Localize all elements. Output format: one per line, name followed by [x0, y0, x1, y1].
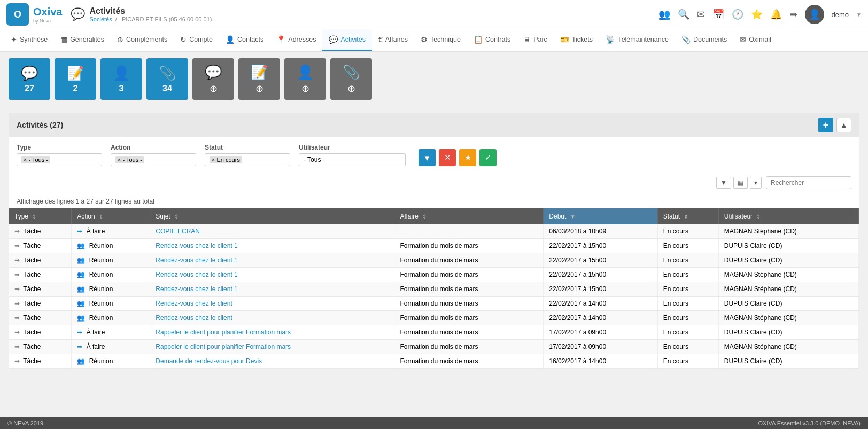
tab-compte[interactable]: ↻ Compte: [174, 29, 219, 51]
col-affaire[interactable]: Affaire ⇕: [394, 208, 544, 224]
cell-sujet[interactable]: Rendez-vous chez le client: [150, 297, 394, 311]
grid-view-btn[interactable]: ▦: [733, 177, 748, 189]
tab-generalites-label: Généralités: [70, 36, 104, 43]
calendar-icon[interactable]: 📅: [712, 9, 724, 20]
tab-parc[interactable]: 🖥 Parc: [517, 29, 554, 51]
cell-action-text: Réunion: [89, 271, 113, 278]
col-sujet[interactable]: Sujet ⇕: [150, 208, 394, 224]
tab-contacts[interactable]: 👤 Contacts: [219, 29, 270, 51]
star-icon[interactable]: ⭐: [751, 9, 763, 20]
filter-action-input[interactable]: × - Tous -: [111, 153, 196, 166]
filter-type-input[interactable]: × - Tous -: [17, 153, 102, 166]
cell-sujet[interactable]: COPIE ECRAN: [150, 224, 394, 239]
cell-utilisateur: MAGNAN Stéphane (CD): [718, 268, 858, 282]
col-action[interactable]: Action ⇕: [72, 208, 150, 224]
cell-type-text: Tâche: [23, 357, 41, 365]
sujet-link[interactable]: Rappeler le client pour planifier Format…: [156, 343, 291, 350]
tab-affaires[interactable]: € Affaires: [372, 29, 414, 51]
cell-affaire: Formation du mois de mars: [394, 340, 544, 354]
generalites-icon: ▦: [60, 35, 67, 44]
btn-clip[interactable]: 📎 34: [146, 58, 188, 100]
more-view-btn[interactable]: ▾: [750, 177, 762, 189]
logo-letter: O: [14, 9, 21, 20]
sujet-link[interactable]: Demande de rendez-vous pour Devis: [156, 357, 262, 365]
btn-clip-add-plus: ⊕: [347, 83, 355, 95]
history-icon[interactable]: 🕐: [732, 9, 743, 20]
cell-action-text: Réunion: [89, 285, 113, 293]
tab-contrats[interactable]: 📋 Contrats: [467, 29, 517, 51]
cell-affaire: Formation du mois de mars: [394, 239, 544, 253]
tab-adresses[interactable]: 📍 Adresses: [270, 29, 322, 51]
sujet-link[interactable]: Rendez-vous chez le client: [156, 300, 232, 307]
collapse-panel-button[interactable]: ▲: [836, 118, 851, 132]
filters-row: Type × - Tous - Action × - Tous - Statut: [9, 137, 859, 173]
tab-parc-label: Parc: [533, 36, 547, 43]
btn-chat-add-icon: 💬: [205, 64, 222, 81]
cell-action: ➡ À faire: [72, 340, 150, 354]
sujet-link[interactable]: Rendez-vous chez le client 1: [156, 285, 237, 293]
sujet-link[interactable]: Rendez-vous chez le client: [156, 314, 232, 322]
cell-sujet[interactable]: Rendez-vous chez le client 1: [150, 239, 394, 253]
col-utilisateur[interactable]: Utilisateur ⇕: [718, 208, 858, 224]
logout-icon[interactable]: ➡: [789, 9, 797, 20]
col-debut[interactable]: Début ▼: [544, 208, 657, 224]
cell-sujet[interactable]: Rendez-vous chez le client 1: [150, 268, 394, 282]
btn-person-add-plus: ⊕: [301, 83, 309, 95]
search-icon[interactable]: 🔍: [678, 9, 689, 20]
tab-complements[interactable]: ⊕ Compléments: [111, 29, 174, 51]
btn-doc[interactable]: 📝 2: [55, 58, 96, 100]
tab-generalites[interactable]: ▦ Généralités: [54, 29, 111, 51]
btn-person[interactable]: 👤 3: [100, 58, 142, 100]
col-type[interactable]: Type ⇕: [9, 208, 72, 224]
cell-sujet[interactable]: Rappeler le client pour planifier Format…: [150, 325, 394, 340]
filter-star-button[interactable]: ★: [459, 149, 476, 166]
cell-sujet[interactable]: Demande de rendez-vous pour Devis: [150, 354, 394, 369]
btn-chat-add[interactable]: 💬 ⊕: [192, 58, 234, 100]
tab-synthese[interactable]: ✦ Synthèse: [4, 29, 54, 51]
btn-doc-add-plus: ⊕: [255, 83, 264, 95]
search-input[interactable]: [766, 176, 851, 189]
sujet-link[interactable]: Rendez-vous chez le client 1: [156, 242, 237, 249]
tab-telemaintenance[interactable]: 📡 Télémaintenance: [599, 29, 675, 51]
breadcrumb-link[interactable]: Sociétés: [89, 16, 112, 22]
user-label[interactable]: demo: [832, 11, 849, 19]
btn-chat[interactable]: 💬 27: [9, 58, 50, 100]
sujet-link[interactable]: Rendez-vous chez le client 1: [156, 271, 237, 278]
cell-sujet[interactable]: Rendez-vous chez le client 1: [150, 282, 394, 297]
cell-affaire: Formation du mois de mars: [394, 325, 544, 340]
btn-person-add[interactable]: 👤 ⊕: [284, 58, 326, 100]
btn-clip-add[interactable]: 📎 ⊕: [330, 58, 372, 100]
sujet-link[interactable]: Rappeler le client pour planifier Format…: [156, 329, 291, 336]
filter-clear-button[interactable]: ✕: [439, 149, 456, 166]
sujet-link[interactable]: Rendez-vous chez le client 1: [156, 256, 237, 264]
contrats-icon: 📋: [474, 35, 483, 44]
filter-icon-btn[interactable]: ▼: [716, 177, 731, 189]
tab-documents[interactable]: 📎 Documents: [675, 29, 733, 51]
filter-apply-button[interactable]: ▼: [418, 149, 436, 166]
col-statut[interactable]: Statut ⇕: [657, 208, 718, 224]
cell-sujet[interactable]: Rendez-vous chez le client 1: [150, 253, 394, 268]
tab-tickets[interactable]: 🎫 Tickets: [554, 29, 599, 51]
sujet-link[interactable]: COPIE ECRAN: [156, 228, 200, 235]
bell-icon[interactable]: 🔔: [770, 9, 782, 20]
tab-oximail[interactable]: ✉ Oximail: [733, 29, 778, 51]
cell-sujet[interactable]: Rendez-vous chez le client: [150, 311, 394, 325]
cell-sujet[interactable]: Rappeler le client pour planifier Format…: [150, 340, 394, 354]
add-activity-button[interactable]: +: [818, 118, 833, 132]
action-icon: ➡: [77, 343, 82, 350]
cell-type-text: Tâche: [23, 285, 41, 293]
users-icon[interactable]: 👥: [658, 9, 670, 20]
complements-icon: ⊕: [117, 35, 123, 44]
cell-affaire: Formation du mois de mars: [394, 297, 544, 311]
tab-affaires-label: Affaires: [385, 36, 408, 43]
filter-utilisateur-select[interactable]: - Tous -: [299, 153, 406, 166]
email-icon[interactable]: ✉: [697, 9, 705, 20]
tab-technique[interactable]: ⚙ Technique: [414, 29, 467, 51]
cell-type-text: Tâche: [23, 228, 41, 235]
cell-type-text: Tâche: [23, 256, 41, 264]
user-chevron-icon[interactable]: ▼: [856, 12, 862, 18]
filter-check-button[interactable]: ✓: [479, 149, 497, 166]
btn-doc-add[interactable]: 📝 ⊕: [238, 58, 280, 100]
filter-statut-input[interactable]: × En cours: [205, 153, 290, 166]
tab-activites[interactable]: 💬 Activités: [322, 29, 372, 51]
